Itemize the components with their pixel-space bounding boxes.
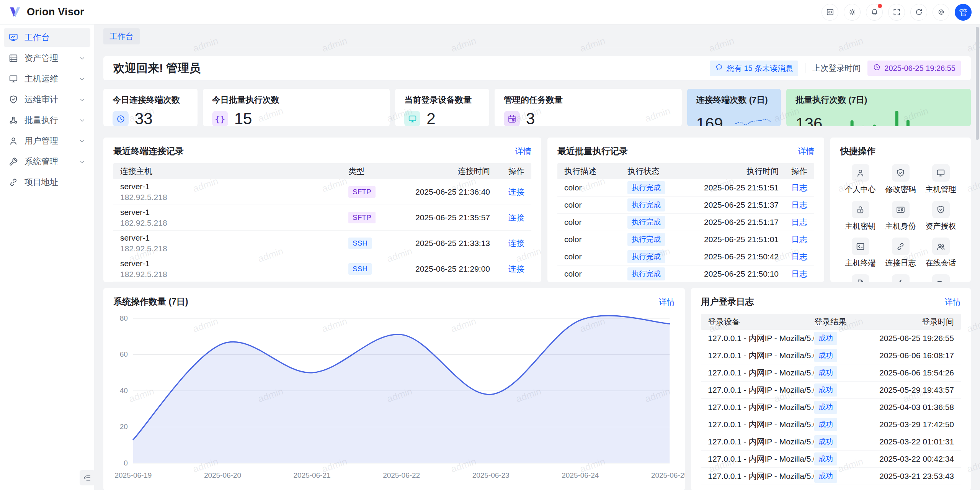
- quick-action-2[interactable]: 修改密码: [880, 164, 921, 195]
- result-badge: 成功: [814, 470, 837, 483]
- notification-dot: [878, 4, 882, 8]
- terminal-icon: [852, 238, 869, 255]
- avatar[interactable]: 管: [955, 4, 972, 21]
- login-detail-link[interactable]: 详情: [945, 297, 961, 307]
- quick-action-12[interactable]: 执行日志: [921, 274, 961, 282]
- stats-row: 今日连接终端次数33今日批量执行次数{}15当前登录设备数量2管理的任务数量3连…: [103, 89, 971, 126]
- quick-action-9[interactable]: 在线会话: [921, 238, 961, 268]
- log-link[interactable]: 日志: [791, 200, 807, 209]
- exec-time: 2025-06-25 21:51:17: [685, 218, 779, 227]
- lightning-icon: [892, 274, 910, 282]
- table-row: 127.0.0.1 - 内网IP - Mozilla/5.0 (Windows …: [701, 468, 961, 485]
- quick-action-10[interactable]: 文件操作日志: [840, 274, 880, 282]
- chart-detail-link[interactable]: 详情: [659, 297, 675, 307]
- log-link[interactable]: 日志: [791, 252, 807, 261]
- collapse-sidebar-button[interactable]: [80, 470, 95, 485]
- log-link[interactable]: 日志: [791, 235, 807, 244]
- stat-card-1: 今日连接终端次数33: [103, 89, 198, 126]
- quick-action-label: 修改密码: [880, 184, 921, 195]
- quick-action-8[interactable]: 连接日志: [880, 238, 921, 268]
- column-header: 执行描述: [564, 166, 627, 177]
- shield-check-icon: [936, 205, 946, 215]
- quick-action-5[interactable]: 主机身份: [880, 201, 921, 231]
- host-name: server-1: [120, 207, 348, 218]
- clock-icon: [873, 63, 881, 71]
- table-row: 127.0.0.1 - 内网IP - Mozilla/5.0 (Windows …: [701, 347, 961, 364]
- header-button-refresh[interactable]: [910, 4, 927, 21]
- panel-title: 最近终端连接记录: [113, 145, 184, 157]
- login-device: 127.0.0.1 - 内网IP - Mozilla/5.0 (Windows …: [708, 454, 814, 464]
- log-link[interactable]: 日志: [791, 183, 807, 192]
- status-badge: 执行完成: [627, 267, 665, 280]
- quick-action-11[interactable]: 命令执行: [880, 274, 921, 282]
- sidebar-item-label: 资产管理: [24, 52, 78, 64]
- terminal-table-body: server-1182.92.5.218SFTP2025-06-25 21:36…: [113, 179, 531, 282]
- user-icon: [856, 168, 865, 178]
- log-link[interactable]: 日志: [791, 218, 807, 226]
- svg-text:0: 0: [124, 459, 128, 467]
- terminal-detail-link[interactable]: 详情: [515, 146, 531, 157]
- column-header: 执行时间: [685, 166, 779, 177]
- clock-icon: [116, 114, 126, 124]
- scrollbar-thumb[interactable]: [976, 27, 979, 140]
- search-log-icon: [932, 274, 950, 282]
- result-badge: 成功: [814, 452, 837, 465]
- connect-link[interactable]: 连接: [508, 213, 524, 222]
- log-link[interactable]: 日志: [791, 269, 807, 278]
- unread-messages-chip[interactable]: 您有 15 条未读消息: [710, 61, 798, 76]
- sidebar-item-label: 批量执行: [24, 115, 78, 126]
- braces-icon: {}: [212, 111, 228, 126]
- sidebar-item-5[interactable]: 批量执行: [4, 111, 90, 129]
- connect-link[interactable]: 连接: [508, 264, 524, 273]
- quick-action-4[interactable]: 主机密钥: [840, 201, 880, 231]
- terminal-table-header: 连接主机类型连接时间操作: [113, 163, 531, 179]
- table-row: server-1182.92.5.218SSH2025-06-25 21:33:…: [113, 231, 531, 256]
- sidebar-item-2[interactable]: 资产管理: [4, 49, 90, 67]
- monitor-icon: [932, 164, 950, 182]
- settings-icon: [937, 8, 946, 16]
- sidebar-item-3[interactable]: 主机运维: [4, 70, 90, 88]
- login-device: 127.0.0.1 - 内网IP - Mozilla/5.0 (Windows …: [708, 419, 814, 430]
- svg-text:2025-06-20: 2025-06-20: [204, 471, 241, 479]
- batch-detail-link[interactable]: 详情: [798, 146, 814, 157]
- table-row: 127.0.0.1 - 内网IP - Mozilla/5.0 (Windows …: [701, 382, 961, 399]
- sidebar-item-6[interactable]: 用户管理: [4, 132, 90, 150]
- stat-value: 33: [135, 110, 153, 126]
- sidebar-item-1[interactable]: 工作台: [4, 28, 90, 47]
- result-badge: 成功: [814, 349, 837, 362]
- type-badge: SSH: [348, 263, 372, 275]
- quick-action-6[interactable]: 资产授权: [921, 201, 961, 231]
- login-device: 127.0.0.1 - 内网IP - Mozilla/5.0 (Windows …: [708, 367, 814, 378]
- quick-action-3[interactable]: 主机管理: [921, 164, 961, 195]
- host-cell: server-1182.92.5.218: [120, 258, 348, 280]
- middle-row: 最近终端连接记录 详情 连接主机类型连接时间操作 server-1182.92.…: [103, 138, 971, 282]
- connect-link[interactable]: 连接: [508, 239, 524, 247]
- sidebar-item-8[interactable]: 项目地址: [4, 173, 90, 192]
- breadcrumb-tab-workbench[interactable]: 工作台: [103, 28, 140, 44]
- connect-time: 2025-06-25 21:35:57: [394, 213, 490, 222]
- batch-records-panel: 最近批量执行记录 详情 执行描述执行状态执行时间操作 color执行完成2025…: [547, 138, 824, 282]
- header-button-theme[interactable]: [844, 4, 861, 21]
- system-icon: [8, 157, 18, 167]
- sidebar-item-7[interactable]: 系统管理: [4, 152, 90, 171]
- app-header: Orion Visor 管: [0, 0, 980, 25]
- quick-action-7[interactable]: 主机终端: [840, 238, 880, 268]
- header-button-fullscreen[interactable]: [888, 4, 905, 21]
- executions-sparkbar: [834, 109, 949, 126]
- connect-link[interactable]: 连接: [508, 187, 524, 196]
- header-actions: 管: [822, 4, 972, 21]
- header-button-settings[interactable]: [933, 4, 949, 21]
- sidebar-item-label: 系统管理: [24, 156, 78, 167]
- message-icon: [715, 63, 723, 71]
- login-time: 2025-05-29 19:43:57: [860, 385, 954, 395]
- quick-action-1[interactable]: 个人中心: [840, 164, 880, 195]
- exec-desc: color: [564, 218, 627, 227]
- header-button-notifications[interactable]: [866, 4, 883, 21]
- terminal-records-panel: 最近终端连接记录 详情 连接主机类型连接时间操作 server-1182.92.…: [103, 138, 541, 282]
- last-login-time-chip: 2025-06-25 19:26:55: [867, 61, 961, 76]
- sidebar-item-4[interactable]: 运维审计: [4, 90, 90, 109]
- link-icon: [896, 242, 905, 251]
- chevron-down-icon: [78, 55, 86, 62]
- header-button-code[interactable]: [822, 4, 838, 21]
- search-log-icon: [936, 279, 946, 282]
